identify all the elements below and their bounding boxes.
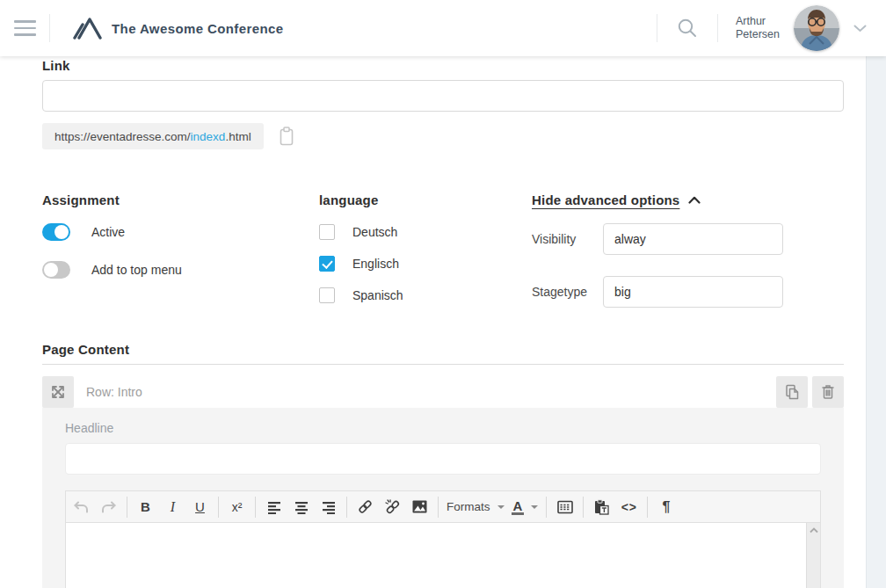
hide-advanced-options-label: Hide advanced options (532, 192, 679, 207)
assignment-label: Assignment (42, 192, 319, 208)
visibility-input[interactable] (603, 223, 783, 255)
italic-button[interactable]: I (159, 493, 186, 521)
row-title: Row: Intro (86, 385, 142, 399)
visibility-field-row: Visibility (532, 223, 844, 255)
checkbox-row-spanisch: Spanisch (319, 287, 532, 303)
insert-image-button[interactable] (406, 493, 433, 521)
visual-blocks-button[interactable] (551, 493, 578, 521)
editor-content-area[interactable] (66, 523, 820, 588)
checkbox-row-deutsch: Deutsch (319, 224, 532, 240)
active-toggle[interactable] (42, 223, 70, 241)
redo-button[interactable] (95, 493, 122, 521)
toggle-row-active: Active (42, 223, 319, 241)
user-menu-caret[interactable] (839, 25, 886, 33)
paste-text-icon (594, 499, 609, 515)
englisch-label: Englisch (352, 257, 399, 271)
move-row-button[interactable] (42, 376, 74, 408)
app-title: The Awesome Conference (112, 21, 284, 36)
dropdown-caret-icon (531, 505, 538, 509)
chevron-up-icon (688, 196, 701, 204)
url-prefix: https://eventadresse.com/ (54, 130, 191, 143)
hamburger-menu-button[interactable] (0, 0, 49, 56)
user-last-name: Petersen (736, 28, 780, 41)
section-divider (42, 364, 844, 365)
active-toggle-label: Active (91, 225, 125, 239)
image-icon (412, 500, 427, 513)
content-row-header: Row: Intro (42, 376, 844, 408)
remove-link-button[interactable] (379, 493, 406, 521)
align-right-icon (322, 500, 336, 514)
content-row-body: Headline (42, 408, 844, 588)
headline-label: Headline (65, 421, 821, 435)
link-label: Link (42, 58, 844, 74)
editor-toolbar: B I U x² (66, 491, 820, 523)
insert-link-button[interactable] (352, 493, 379, 521)
formats-dropdown[interactable]: Formats (443, 493, 508, 521)
checkbox-row-englisch: Englisch (319, 256, 532, 272)
richtext-editor: B I U x² (65, 490, 821, 588)
url-slug: indexd (191, 130, 226, 143)
user-avatar[interactable] (794, 5, 839, 51)
dropdown-caret-icon (497, 505, 505, 509)
brand[interactable]: The Awesome Conference (50, 17, 284, 40)
stagetype-label: Stagetype (532, 285, 603, 299)
copy-icon (783, 383, 801, 401)
forecolor-icon: A (512, 499, 525, 515)
spanisch-label: Spanisch (352, 288, 403, 302)
clipboard-icon (278, 127, 295, 146)
copy-url-button[interactable] (274, 124, 299, 149)
delete-row-button[interactable] (812, 376, 844, 408)
search-button[interactable] (657, 0, 717, 56)
top-menu-toggle-label: Add to top menu (91, 263, 182, 277)
link-icon (358, 499, 373, 514)
hide-advanced-options-link[interactable]: Hide advanced options (532, 192, 701, 207)
align-right-button[interactable] (315, 493, 342, 521)
main-content: Link https://eventadresse.com/indexd.htm… (0, 56, 866, 588)
chevron-down-icon (853, 25, 867, 33)
undo-icon (74, 501, 89, 513)
align-center-icon (294, 500, 309, 514)
superscript-button[interactable]: x² (223, 493, 251, 521)
page-right-gutter (866, 56, 886, 588)
spanisch-checkbox[interactable] (319, 287, 335, 303)
page: Link https://eventadresse.com/indexd.htm… (0, 56, 886, 588)
redo-icon (101, 501, 116, 513)
user-name: Arthur Petersen (718, 15, 794, 41)
link-section: Link https://eventadresse.com/indexd.htm… (42, 58, 844, 149)
url-preview-row: https://eventadresse.com/indexd.html (42, 123, 844, 149)
page-content-title: Page Content (42, 342, 844, 358)
link-input[interactable] (42, 80, 844, 112)
paste-as-text-button[interactable] (588, 493, 615, 521)
move-icon (49, 383, 67, 401)
url-suffix: .html (225, 130, 251, 143)
duplicate-row-button[interactable] (776, 376, 808, 408)
align-center-button[interactable] (287, 493, 315, 521)
toggle-row-top-menu: Add to top menu (42, 261, 319, 279)
language-section: language Deutsch Englisch Spanisch (319, 192, 532, 308)
conference-logo-icon (73, 17, 103, 40)
top-menu-toggle[interactable] (42, 261, 70, 279)
assignment-section: Assignment Active Add to top menu (42, 192, 319, 308)
underline-button[interactable]: U (186, 493, 214, 521)
source-code-button[interactable]: <> (615, 493, 643, 521)
url-preview: https://eventadresse.com/indexd.html (42, 123, 264, 149)
visual-blocks-icon (557, 500, 573, 514)
deutsch-checkbox[interactable] (319, 224, 335, 240)
undo-button[interactable] (68, 493, 95, 521)
align-left-icon (267, 500, 281, 514)
text-color-button[interactable]: A (508, 493, 542, 521)
headline-input[interactable] (65, 443, 821, 475)
language-label: language (319, 192, 532, 208)
user-first-name: Arthur (736, 15, 780, 28)
paragraph-button[interactable]: ¶ (652, 493, 679, 521)
deutsch-label: Deutsch (352, 225, 397, 239)
editor-scrollbar[interactable] (806, 523, 820, 588)
englisch-checkbox[interactable] (319, 256, 335, 272)
align-left-button[interactable] (260, 493, 287, 521)
stagetype-input[interactable] (603, 276, 783, 308)
visibility-label: Visibility (532, 232, 603, 246)
bold-button[interactable]: B (132, 493, 159, 521)
stagetype-field-row: Stagetype (532, 276, 844, 308)
settings-columns: Assignment Active Add to top menu langua… (42, 192, 844, 308)
unlink-icon (385, 499, 401, 514)
